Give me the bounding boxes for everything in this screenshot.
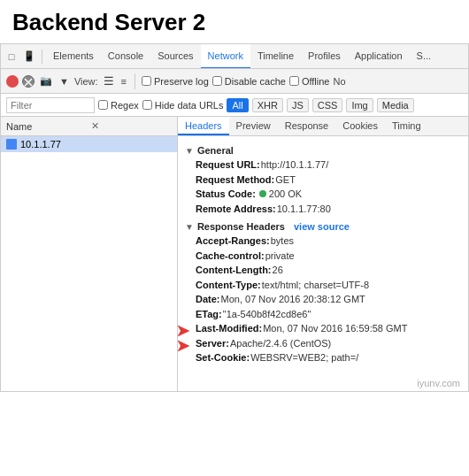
set-cookie-row: Set-Cookie: WEBSRV=WEB2; path=/: [196, 350, 461, 365]
tab-elements[interactable]: Elements: [46, 44, 101, 69]
accept-ranges-name: Accept-Ranges:: [196, 234, 270, 249]
tab-bar: □ 📱 Elements Console Sources Network Tim…: [1, 44, 468, 69]
hide-data-urls-checkbox[interactable]: Hide data URLs: [142, 100, 224, 111]
content-length-name: Content-Length:: [196, 263, 272, 278]
date-row: Date: Mon, 07 Nov 2016 20:38:12 GMT: [196, 292, 461, 307]
content-length-row: Content-Length: 26: [196, 263, 461, 278]
set-cookie-name: Set-Cookie:: [196, 350, 250, 365]
content-type-value: text/html; charset=UTF-8: [262, 278, 369, 293]
filter-css-btn[interactable]: CSS: [312, 98, 343, 112]
request-method-value: GET: [275, 173, 296, 188]
tab-sources[interactable]: Sources: [150, 44, 200, 69]
offline-checkbox[interactable]: Offline: [289, 76, 330, 87]
remote-address-value: 10.1.1.77:80: [277, 202, 331, 217]
status-code-value: 200 OK: [269, 187, 302, 202]
disable-cache-checkbox[interactable]: Disable cache: [212, 76, 286, 87]
details-tab-timing[interactable]: Timing: [385, 117, 428, 135]
details-tab-headers[interactable]: Headers: [178, 117, 229, 135]
watermark: iyunv.com: [417, 378, 460, 388]
general-triangle: ▼: [185, 146, 194, 156]
status-code-name: Status Code:: [196, 187, 256, 202]
filter-all-btn[interactable]: All: [227, 98, 248, 112]
request-url: 10.1.1.77: [20, 139, 61, 150]
details-tab-response[interactable]: Response: [278, 117, 336, 135]
filter-xhr-btn[interactable]: XHR: [252, 98, 283, 112]
waterfall-view-icon[interactable]: ≡: [119, 75, 128, 88]
details-tab-preview[interactable]: Preview: [229, 117, 278, 135]
remote-address-row: Remote Address: 10.1.1.77:80: [196, 202, 461, 217]
request-url-value: http://10.1.1.77/: [261, 157, 328, 173]
response-headers-triangle: ▼: [185, 222, 194, 232]
details-tab-cookies[interactable]: Cookies: [335, 117, 385, 135]
details-tabs: Headers Preview Response Cookies Timing: [178, 117, 468, 136]
no-label: No: [333, 76, 345, 87]
view-source-link[interactable]: view source: [294, 221, 350, 232]
record-button[interactable]: [6, 75, 19, 88]
filter-media-btn[interactable]: Media: [377, 98, 414, 112]
name-column-header: Name: [6, 121, 88, 132]
request-method-row: Request Method: GET: [196, 173, 461, 188]
mobile-icon[interactable]: 📱: [22, 50, 36, 64]
cache-control-row: Cache-control: private: [196, 249, 461, 264]
list-view-icon[interactable]: ☰: [102, 73, 116, 88]
date-value: Mon, 07 Nov 2016 20:38:12 GMT: [221, 292, 365, 307]
tab-application[interactable]: Application: [348, 44, 410, 69]
accept-ranges-value: bytes: [271, 234, 294, 249]
view-label: View:: [74, 76, 98, 87]
last-modified-value: Mon, 07 Nov 2016 16:59:58 GMT: [263, 321, 407, 336]
request-url-name: Request URL:: [196, 157, 260, 173]
preserve-log-checkbox[interactable]: Preserve log: [142, 76, 209, 87]
content-length-value: 26: [273, 263, 283, 278]
server-value: Apache/2.4.6 (CentOS): [230, 336, 331, 351]
request-url-row: Request URL: http://10.1.1.77/: [196, 157, 461, 173]
server-name: Server:: [196, 336, 229, 351]
main-content: Name ✕ 10.1.1.77 Headers Preview: [1, 117, 468, 391]
details-panel: Headers Preview Response Cookies Timing: [178, 117, 468, 391]
request-list-header: Name ✕: [1, 117, 177, 136]
filter-bar: Regex Hide data URLs All XHR JS CSS Img …: [1, 94, 468, 117]
tab-profiles[interactable]: Profiles: [301, 44, 348, 69]
tab-network[interactable]: Network: [201, 44, 250, 69]
page-title-area: Backend Server 2: [0, 0, 469, 43]
red-arrow-server: ➤: [178, 334, 189, 358]
etag-row: ETag: "1a-540b8f42cd8e6": [196, 307, 461, 322]
response-headers-title: ▼ Response Headers view source: [185, 221, 461, 232]
inspect-icon[interactable]: □: [4, 50, 19, 64]
general-section-title: ▼ General: [185, 145, 461, 156]
tab-more[interactable]: S...: [410, 44, 439, 69]
server-row: ➤ Server: Apache/2.4.6 (CentOS): [196, 336, 461, 351]
filter-js-btn[interactable]: JS: [287, 98, 309, 112]
tab-console[interactable]: Console: [101, 44, 150, 69]
last-modified-name: Last-Modified:: [196, 321, 262, 336]
set-cookie-value: WEBSRV=WEB2; path=/: [250, 350, 358, 365]
devtools-container: □ 📱 Elements Console Sources Network Tim…: [0, 43, 469, 392]
tab-bar-icons: □ 📱: [4, 50, 42, 64]
content-type-row: Content-Type: text/html; charset=UTF-8: [196, 278, 461, 293]
cache-control-name: Cache-control:: [196, 249, 265, 264]
request-favicon: [6, 139, 17, 150]
etag-value: "1a-540b8f42cd8e6": [223, 307, 311, 322]
request-method-name: Request Method:: [196, 173, 274, 188]
date-name: Date:: [196, 292, 220, 307]
close-column-icon[interactable]: ✕: [91, 120, 173, 132]
tab-timeline[interactable]: Timeline: [250, 44, 301, 69]
content-type-name: Content-Type:: [196, 278, 261, 293]
accept-ranges-row: Accept-Ranges: bytes: [196, 234, 461, 249]
filter-img-btn[interactable]: Img: [346, 98, 373, 112]
camera-icon[interactable]: 📷: [38, 74, 54, 88]
status-dot: [259, 190, 266, 197]
clear-button[interactable]: [22, 75, 35, 88]
last-modified-row: ➤ Last-Modified: Mon, 07 Nov 2016 16:59:…: [196, 321, 461, 336]
remote-address-name: Remote Address:: [196, 202, 276, 217]
cache-control-value: private: [265, 249, 295, 264]
etag-name: ETag:: [196, 307, 222, 322]
response-headers-section: ▼ Response Headers view source Accept-Ra…: [185, 221, 461, 365]
filter-icon[interactable]: ▼: [58, 75, 71, 88]
headers-content: ▼ General Request URL: http://10.1.1.77/…: [178, 136, 468, 369]
regex-checkbox[interactable]: Regex: [98, 100, 139, 111]
general-section: ▼ General Request URL: http://10.1.1.77/…: [185, 145, 461, 216]
devtools-wrapper: □ 📱 Elements Console Sources Network Tim…: [0, 43, 469, 392]
toolbar-separator-1: [135, 73, 135, 89]
request-item[interactable]: 10.1.1.77: [1, 136, 177, 152]
filter-input[interactable]: [6, 97, 95, 113]
